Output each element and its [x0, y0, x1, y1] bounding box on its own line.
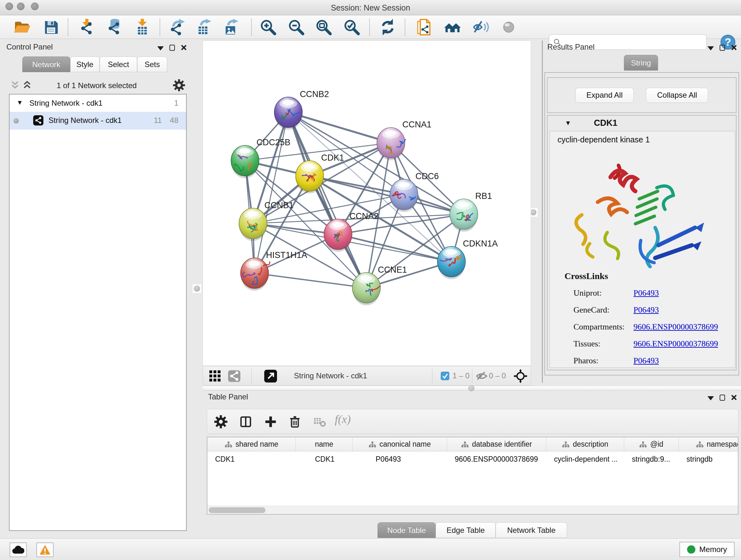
column-header[interactable]: shared name [207, 437, 296, 451]
import-network-database-icon[interactable] [105, 18, 123, 36]
delete-column-trash-icon[interactable] [287, 415, 302, 429]
save-session-icon[interactable] [42, 18, 60, 36]
tab-string[interactable]: String [624, 55, 658, 71]
hide-unhide-icon[interactable] [472, 18, 490, 36]
panel-menu-icon[interactable] [157, 46, 164, 51]
column-header[interactable]: database identifier [447, 437, 546, 451]
panel-menu-icon[interactable] [708, 396, 714, 400]
share-document-icon[interactable] [415, 18, 433, 36]
panel-float-icon[interactable] [720, 395, 725, 401]
genecard-link[interactable]: P06493 [633, 305, 659, 314]
memory-label: Memory [699, 545, 727, 554]
network-edge-count: 48 [170, 116, 179, 125]
network-overview-icon[interactable] [228, 370, 241, 382]
horizontal-scrollbar[interactable] [207, 506, 738, 514]
open-session-icon[interactable] [13, 18, 30, 36]
network-node-CCNB1[interactable]: CCNB1 [239, 200, 293, 241]
export-table-icon[interactable] [195, 18, 213, 36]
scrollbar-thumb[interactable] [209, 507, 266, 513]
network-node-CCNA1[interactable]: CCNA1 [377, 120, 431, 160]
network-node-CCNB2[interactable]: CCNB2 [274, 89, 329, 130]
network-node-HIST1H1A[interactable]: HIST1H1A [241, 250, 307, 291]
panel-close-icon[interactable] [731, 394, 737, 401]
gene-details: cyclin-dependent kinase 1 [549, 131, 735, 368]
column-header[interactable]: description [546, 437, 624, 451]
network-collection-row[interactable]: ▼ String Network - cdk1 1 [10, 95, 186, 112]
toolbar-separator [432, 369, 432, 383]
cloud-icon[interactable] [10, 543, 27, 557]
eye-icon[interactable] [500, 18, 518, 36]
table-row[interactable]: CDK1 CDK1 P06493 9606.ENSP00000378699 cy… [207, 451, 738, 467]
zoom-out-icon[interactable] [287, 18, 305, 36]
tab-edge-table[interactable]: Edge Table [435, 522, 495, 538]
panel-menu-icon[interactable] [708, 46, 714, 51]
uniprot-link[interactable]: P06493 [633, 288, 659, 298]
column-header[interactable]: namespace [679, 437, 738, 451]
compartments-link[interactable]: 9606.ENSP00000378699 [633, 322, 718, 331]
zoom-fit-icon[interactable] [315, 18, 333, 36]
horizontal-splitter[interactable] [203, 386, 741, 390]
panel-float-icon[interactable] [170, 45, 175, 51]
table-toolbar: f(x) [207, 409, 738, 434]
gene-section-header[interactable]: ▼ CDK1 [548, 116, 736, 131]
network-edge [255, 273, 366, 288]
column-header[interactable]: canonical name [353, 437, 447, 451]
panel-close-icon[interactable] [181, 44, 187, 51]
create-column-plus-icon[interactable] [263, 415, 278, 429]
tissues-link[interactable]: 9606.ENSP00000378699 [633, 339, 718, 348]
warning-icon[interactable] [37, 543, 54, 557]
network-edge [255, 112, 288, 273]
panel-close-icon[interactable] [731, 44, 737, 51]
crosslink-row: Tissues:9606.ENSP00000378699 [574, 339, 730, 352]
network-node-CCNE1[interactable]: CCNE1 [352, 265, 407, 306]
tab-network[interactable]: Network [22, 57, 70, 72]
tab-style[interactable]: Style [70, 57, 99, 72]
birds-eye-view-icon[interactable] [209, 370, 221, 382]
table-options-gear-icon[interactable] [213, 415, 228, 429]
zoom-in-icon[interactable] [259, 18, 277, 36]
pharos-link[interactable]: P06493 [633, 356, 659, 365]
export-network-icon[interactable] [168, 18, 186, 36]
tab-node-table[interactable]: Node Table [378, 522, 435, 538]
network-canvas[interactable]: CCNB2CCNA1CDC25BCDK1CDC6RB1CCNB1CCNA2CDK… [203, 41, 531, 366]
network-graph[interactable]: CCNB2CCNA1CDC25BCDK1CDC6RB1CCNB1CCNA2CDK… [203, 41, 531, 366]
tab-sets[interactable]: Sets [137, 57, 167, 72]
table-header-row: shared name name canonical name database… [207, 437, 738, 451]
network-options-gear-icon[interactable] [172, 78, 186, 92]
network-row-selected[interactable]: String Network - cdk1 11 48 [10, 112, 186, 130]
collapse-all-button[interactable]: Collapse All [646, 88, 708, 103]
section-collapse-caret-icon[interactable]: ▼ [565, 119, 571, 127]
toolbar-separator [472, 369, 472, 383]
tab-network-table[interactable]: Network Table [495, 522, 567, 538]
main-toolbar: ? [0, 15, 741, 39]
network-node-CDKN1A[interactable]: CDKN1A [437, 239, 498, 279]
refresh-icon[interactable] [379, 18, 397, 36]
expand-all-button[interactable]: Expand All [576, 88, 634, 103]
column-header[interactable]: @id [624, 437, 679, 451]
selected-checkbox-icon[interactable] [441, 372, 449, 380]
export-image-icon[interactable] [222, 18, 240, 36]
import-network-file-icon[interactable] [78, 18, 96, 36]
open-in-new-window-icon[interactable] [264, 370, 277, 382]
node-label-CCNB2: CCNB2 [300, 89, 329, 99]
node-label-CCNE1: CCNE1 [378, 265, 407, 274]
tab-select[interactable]: Select [99, 57, 137, 72]
import-table-file-icon[interactable] [133, 18, 151, 36]
panel-float-icon[interactable] [720, 45, 725, 51]
string-results-container: Expand All Collapse All ▼ CDK1 cyclin-de… [544, 72, 739, 375]
zoom-selected-icon[interactable] [343, 18, 360, 36]
show-columns-icon[interactable] [239, 415, 253, 429]
fit-selected-crosshair-icon[interactable] [514, 369, 528, 383]
status-bar: Memory [0, 538, 741, 560]
node-label-CCNB1: CCNB1 [265, 200, 293, 210]
network-node-CDC25B[interactable]: CDC25B [231, 138, 290, 178]
tree-expand-caret-icon[interactable]: ▼ [17, 99, 23, 106]
memory-button[interactable]: Memory [679, 542, 735, 557]
homes-icon[interactable] [444, 18, 461, 36]
network-view-indicator-dot [13, 118, 19, 124]
column-header[interactable]: name [296, 437, 353, 451]
collection-count: 1 [174, 99, 179, 108]
network-node-RB1[interactable]: RB1 [450, 191, 492, 232]
window-title: Session: New Session [0, 3, 741, 12]
left-splitter-handle[interactable] [192, 284, 202, 294]
